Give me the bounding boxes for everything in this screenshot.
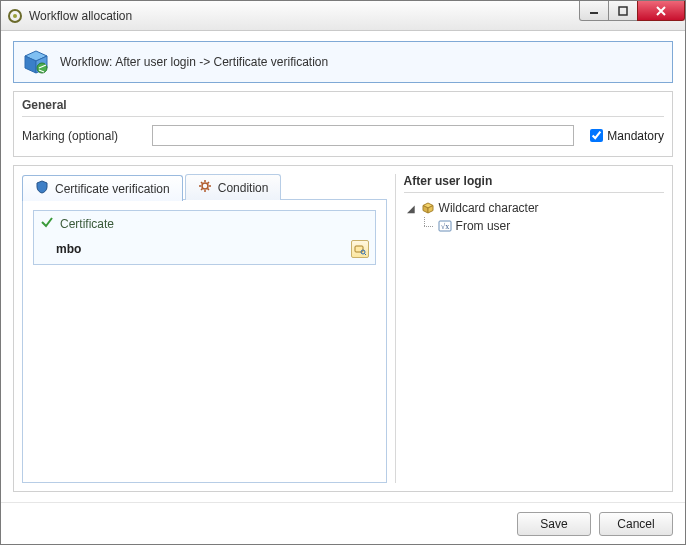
tree-root-row[interactable]: ◢ Wildcard character [404,199,664,217]
maximize-button[interactable] [608,1,638,21]
marking-row: Marking (optional) Mandatory [22,125,664,146]
main-split: Certificate verification Condition [13,165,673,492]
svg-point-1 [13,14,17,18]
client-area: Workflow: After user login -> Certificat… [1,31,685,502]
certificate-header: Certificate [34,211,375,236]
mandatory-checkbox-wrap[interactable]: Mandatory [590,129,664,143]
right-pane-title: After user login [404,174,664,193]
variable-icon: √x [438,219,452,233]
tree-connector [420,217,434,235]
workflow-info-box: Workflow: After user login -> Certificat… [13,41,673,83]
marking-input[interactable] [152,125,574,146]
tab-cond-label: Condition [218,181,269,195]
svg-text:√x: √x [440,222,448,231]
check-icon [40,215,54,232]
general-group: General Marking (optional) Mandatory [13,91,673,157]
minimize-button[interactable] [579,1,609,21]
tab-body: Certificate mbo [22,199,387,483]
tab-strip: Certificate verification Condition [22,174,387,200]
close-button[interactable] [637,1,685,21]
cancel-button[interactable]: Cancel [599,512,673,536]
window-controls [580,1,685,23]
workflow-info-text: Workflow: After user login -> Certificat… [60,55,328,69]
mandatory-label: Mandatory [607,129,664,143]
certificate-group: Certificate mbo [33,210,376,265]
left-pane: Certificate verification Condition [22,174,387,483]
shield-icon [35,180,49,197]
browse-certificate-button[interactable] [351,240,369,258]
save-button[interactable]: Save [517,512,591,536]
window-title: Workflow allocation [29,9,132,23]
svg-rect-2 [619,7,627,15]
certificate-value: mbo [56,242,81,256]
cube-small-icon [421,201,435,215]
footer: Save Cancel [1,502,685,544]
mandatory-checkbox[interactable] [590,129,603,142]
certificate-row: mbo [34,236,375,264]
folder-search-icon [354,243,366,255]
tab-certificate-verification[interactable]: Certificate verification [22,175,183,201]
certificate-group-label: Certificate [60,217,114,231]
gear-icon [198,179,212,196]
window: Workflow allocation [0,0,686,545]
tree-root-label: Wildcard character [439,201,539,215]
tab-condition[interactable]: Condition [185,174,282,200]
app-icon [7,8,23,24]
tree: ◢ Wildcard character [404,199,664,235]
tree-child-row[interactable]: √x From user [404,217,664,235]
svg-point-7 [202,183,208,189]
title-bar: Workflow allocation [1,1,685,31]
tree-toggle-icon[interactable]: ◢ [406,203,417,214]
marking-label: Marking (optional) [22,129,142,143]
right-pane: After user login ◢ Wildcard character [395,174,664,483]
tree-child-label: From user [456,219,511,233]
cube-icon [22,48,50,76]
general-title: General [22,98,664,117]
tab-cert-label: Certificate verification [55,182,170,196]
